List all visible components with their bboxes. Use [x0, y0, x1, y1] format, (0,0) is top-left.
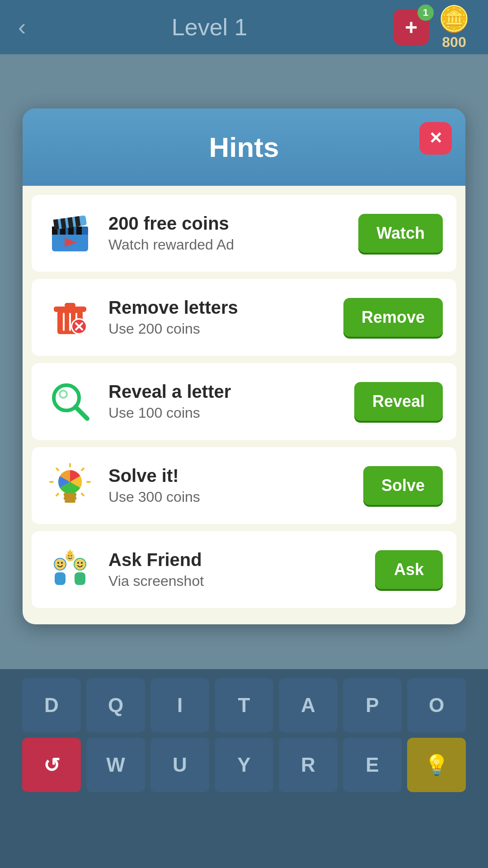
modal-body: 200 free coins Watch rewarded Ad Watch [23, 186, 465, 624]
reveal-hint-text: Reveal a letter Use 100 coins [108, 382, 341, 421]
hint-row-ask: Ask Friend Via screenshot Ask [32, 531, 456, 608]
hint-row-reveal: Reveal a letter Use 100 coins Reveal [32, 363, 456, 440]
svg-line-28 [82, 494, 84, 495]
header-right: 1 🪙 800 [393, 4, 470, 51]
solve-button[interactable]: Solve [363, 466, 443, 505]
ask-title: Ask Friend [108, 550, 361, 570]
ask-hint-text: Ask Friend Via screenshot [108, 550, 361, 590]
svg-point-37 [55, 559, 66, 570]
level-title: Level 1 [172, 14, 248, 41]
close-button[interactable] [419, 122, 452, 155]
key-O[interactable]: O [407, 678, 466, 732]
modal-title: Hints [209, 132, 279, 163]
svg-point-44 [81, 562, 83, 564]
key-U[interactable]: U [150, 738, 209, 792]
svg-point-38 [57, 562, 59, 564]
key-R[interactable]: R [279, 738, 338, 792]
key-E[interactable]: E [343, 738, 402, 792]
svg-rect-5 [76, 226, 82, 235]
key-Y[interactable]: Y [215, 738, 273, 792]
reveal-title: Reveal a letter [108, 382, 341, 402]
watch-hint-text: 200 free coins Watch rewarded Ad [108, 213, 345, 253]
solve-hint-text: Solve it! Use 300 coins [108, 466, 350, 505]
watch-title: 200 free coins [108, 213, 345, 234]
watch-button[interactable]: Watch [358, 214, 443, 253]
reveal-subtitle: Use 100 coins [108, 405, 341, 421]
svg-point-39 [61, 562, 63, 564]
hint-row-watch: 200 free coins Watch rewarded Ad Watch [32, 195, 456, 272]
remove-hint-text: Remove letters Use 200 coins [108, 297, 330, 337]
svg-rect-34 [64, 496, 76, 500]
magnifier-icon [45, 377, 95, 426]
svg-point-42 [75, 559, 85, 570]
remove-title: Remove letters [108, 297, 330, 318]
keyboard-row-1: D Q I T A P O [9, 678, 479, 732]
coins-container[interactable]: 🪙 800 [438, 4, 470, 51]
svg-rect-40 [55, 572, 66, 585]
key-I[interactable]: I [150, 678, 209, 732]
hint-button[interactable]: 💡 [407, 738, 466, 792]
svg-rect-35 [65, 500, 75, 503]
svg-line-31 [56, 494, 58, 495]
key-D[interactable]: D [22, 678, 81, 732]
plus-badge[interactable]: 1 [393, 9, 429, 45]
svg-rect-33 [64, 493, 76, 496]
svg-line-26 [82, 468, 84, 470]
keyboard-area: D Q I T A P O ↺ W U Y R E 💡 [0, 669, 488, 868]
key-Q[interactable]: Q [86, 678, 145, 732]
coins-value: 800 [442, 34, 466, 51]
hint-row-remove: Remove letters Use 200 coins Remove [32, 279, 456, 356]
reveal-button[interactable]: Reveal [354, 382, 443, 421]
badge-count: 1 [418, 5, 434, 21]
svg-line-29 [56, 468, 58, 470]
remove-subtitle: Use 200 coins [108, 321, 330, 337]
key-A[interactable]: A [279, 678, 338, 732]
ask-subtitle: Via screenshot [108, 573, 361, 590]
remove-button[interactable]: Remove [343, 298, 443, 337]
key-P[interactable]: P [343, 678, 402, 732]
svg-rect-14 [65, 303, 75, 307]
watch-subtitle: Watch rewarded Ad [108, 236, 345, 253]
svg-rect-45 [75, 572, 85, 585]
reset-button[interactable]: ↺ [22, 738, 81, 792]
key-W[interactable]: W [86, 738, 145, 792]
trash-icon [45, 292, 95, 342]
back-button[interactable]: ‹ [18, 14, 26, 41]
svg-rect-4 [68, 226, 74, 235]
svg-point-24 [60, 391, 67, 398]
svg-line-23 [75, 407, 87, 419]
coins-icon: 🪙 [438, 4, 470, 34]
bulb-icon [45, 461, 95, 510]
solve-subtitle: Use 300 coins [108, 489, 350, 505]
header: ‹ Level 1 1 🪙 800 [0, 0, 488, 54]
keyboard-row-2: ↺ W U Y R E 💡 [9, 738, 479, 792]
hints-modal: Hints [23, 108, 465, 624]
svg-point-43 [77, 562, 79, 564]
solve-title: Solve it! [108, 466, 350, 486]
key-T[interactable]: T [215, 678, 273, 732]
friends-icon [45, 545, 95, 594]
clapperboard-icon [45, 208, 95, 258]
ask-button[interactable]: Ask [375, 550, 443, 589]
hint-row-solve: Solve it! Use 300 coins Solve [32, 447, 456, 524]
modal-header: Hints [23, 108, 465, 186]
